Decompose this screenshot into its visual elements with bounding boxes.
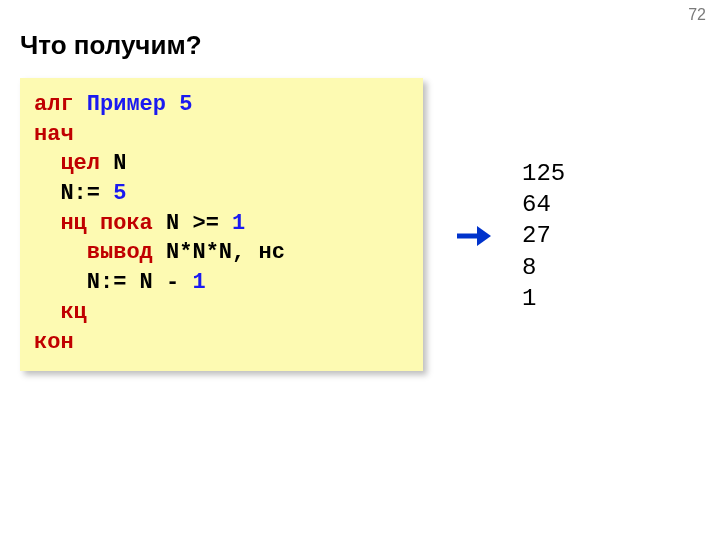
program-output: 125 64 27 8 1 bbox=[522, 158, 565, 314]
pad bbox=[34, 300, 60, 325]
decl-n: N bbox=[100, 151, 126, 176]
pad bbox=[34, 181, 60, 206]
slide-title: Что получим? bbox=[20, 30, 202, 61]
kw-int: цел bbox=[60, 151, 100, 176]
pad bbox=[34, 270, 87, 295]
pad bbox=[34, 211, 60, 236]
page-number: 72 bbox=[688, 6, 706, 24]
kw-alg: алг bbox=[34, 92, 74, 117]
kw-print: вывод bbox=[87, 240, 153, 265]
pad bbox=[34, 240, 87, 265]
program-name: Пример 5 bbox=[87, 92, 193, 117]
assign-n: N:= bbox=[60, 181, 113, 206]
kw-while: нц пока bbox=[60, 211, 152, 236]
num-1a: 1 bbox=[232, 211, 245, 236]
num-5: 5 bbox=[113, 181, 126, 206]
print-expr: N*N*N, нс bbox=[153, 240, 285, 265]
num-1b: 1 bbox=[192, 270, 205, 295]
code-block: алг Пример 5 нач цел N N:= 5 нц пока N >… bbox=[20, 78, 423, 371]
pad bbox=[34, 151, 60, 176]
arrow-right-icon bbox=[455, 222, 491, 250]
sp bbox=[74, 92, 87, 117]
kw-endloop: кц bbox=[60, 300, 86, 325]
kw-begin: нач bbox=[34, 122, 74, 147]
kw-end: кон bbox=[34, 330, 74, 355]
cond: N >= bbox=[153, 211, 232, 236]
assign-dec: N:= N - bbox=[87, 270, 193, 295]
svg-marker-1 bbox=[477, 226, 491, 246]
